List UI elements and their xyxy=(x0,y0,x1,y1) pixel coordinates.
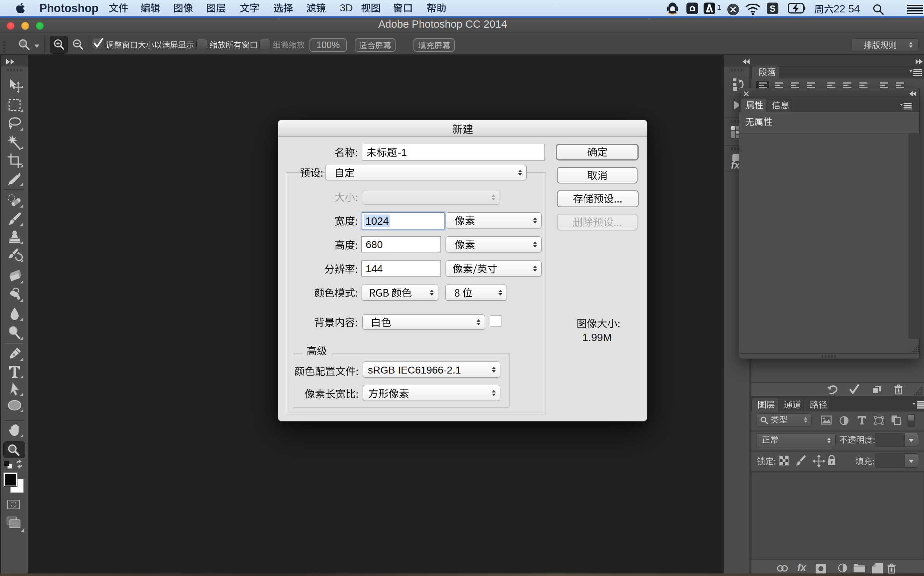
svg-text:S: S xyxy=(770,4,775,13)
